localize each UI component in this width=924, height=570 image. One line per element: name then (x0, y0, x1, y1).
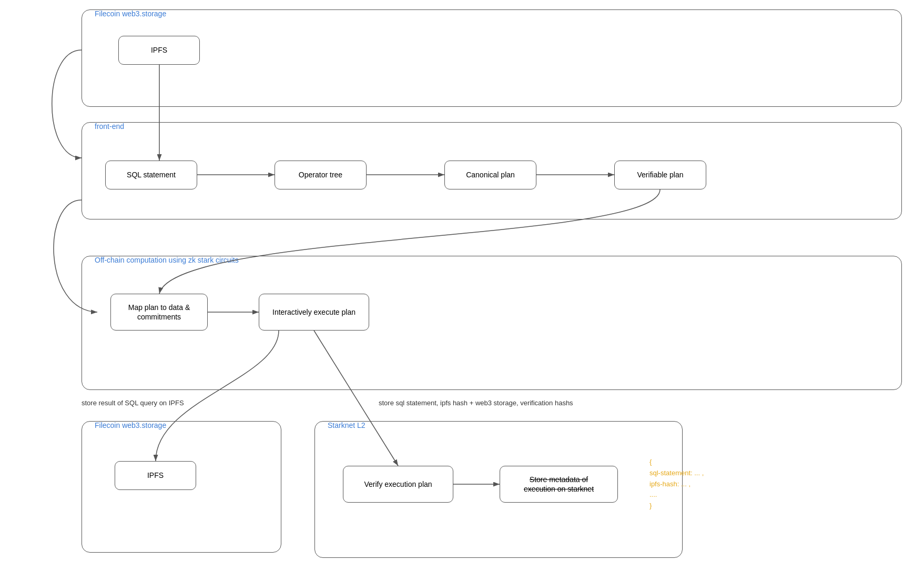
node-operator-tree: Operator tree (275, 161, 367, 189)
group-filecoin-top: Filecoin web3.storage (82, 9, 902, 107)
diagram: Filecoin web3.storage front-end Off-chai… (0, 0, 924, 570)
code-block: { sql-statement: ... , ipfs-hash: ... , … (649, 457, 704, 512)
node-ipfs-bottom: IPFS (115, 461, 196, 490)
group-label-filecoin-top: Filecoin web3.storage (93, 9, 168, 18)
node-ipfs-top: IPFS (118, 36, 200, 65)
node-verifiable-plan: Verifiable plan (614, 161, 706, 189)
node-store-metadata: Store metadata of execution on starknet (500, 466, 618, 503)
group-label-offchain: Off-chain computation using zk stark cir… (93, 256, 241, 264)
text-store-sql: store sql statement, ipfs hash + web3 st… (379, 399, 573, 407)
node-map-plan: Map plan to data & commitments (110, 294, 208, 331)
group-label-filecoin-bottom: Filecoin web3.storage (93, 421, 168, 429)
node-verify-execution: Verify execution plan (343, 466, 453, 503)
text-store-result: store result of SQL query on IPFS (82, 399, 184, 407)
node-sql-statement: SQL statement (105, 161, 197, 189)
group-label-frontend: front-end (93, 122, 126, 131)
group-label-starknet: Starknet L2 (326, 421, 368, 429)
node-execute-plan: Interactively execute plan (259, 294, 369, 331)
node-canonical-plan: Canonical plan (444, 161, 536, 189)
